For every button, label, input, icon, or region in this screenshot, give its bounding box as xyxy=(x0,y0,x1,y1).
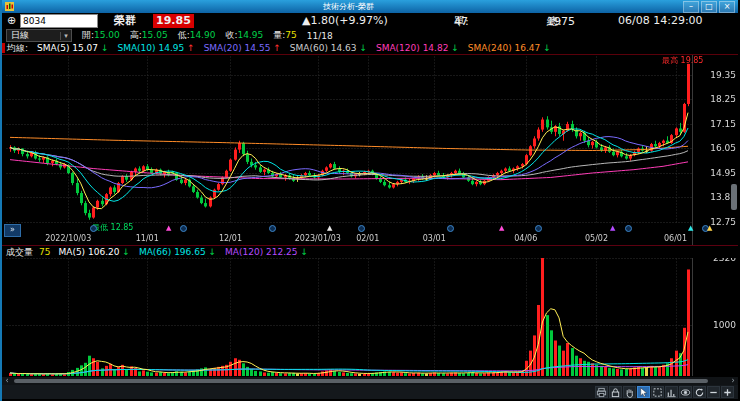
down-arrow-icon: ↓ xyxy=(359,43,367,53)
event-circle-icon[interactable] xyxy=(358,225,365,232)
volume-legend-value: 75 xyxy=(39,247,50,257)
legend-accent-bar xyxy=(2,43,5,53)
hand-icon[interactable] xyxy=(623,386,636,398)
event-triangle-icon[interactable]: ▲ xyxy=(166,224,171,233)
lock-icon[interactable] xyxy=(609,386,622,398)
event-circle-icon[interactable] xyxy=(535,225,542,232)
ma-legend-item: SMA(20) 14.55 ↑ xyxy=(204,43,281,53)
app-icon xyxy=(5,2,14,11)
down-arrow-icon: ↓ xyxy=(451,43,459,53)
ma-legend-item: MA(66) 196.65 ↓ xyxy=(139,247,216,257)
app-window: 技術分析-榮群 – □ × ⊕ 榮群 19.85 ▲1.80(+9.97%) 單… xyxy=(0,0,740,401)
event-triangle-icon[interactable]: ▲ xyxy=(610,224,615,233)
ma-legend-item: SMA(10) 14.95 ↑ xyxy=(117,43,194,53)
quote-bar: ⊕ 榮群 19.85 ▲1.80(+9.97%) 單:47 總:1975 06/… xyxy=(2,13,738,30)
ma-legend-item: MA(120) 212.25 ↓ xyxy=(225,247,308,257)
volume-legend-label: 成交量 xyxy=(6,246,33,259)
zoom-out-icon[interactable] xyxy=(707,386,720,398)
scrollbar-thumb[interactable] xyxy=(14,379,708,383)
up-arrow-icon: ↑ xyxy=(273,43,281,53)
scroll-right-arrow-icon[interactable]: › xyxy=(728,377,738,385)
expand-panel-button[interactable]: » xyxy=(4,224,21,237)
close-value: 收:14.95 xyxy=(225,29,263,42)
cursor-icon[interactable] xyxy=(637,386,650,398)
ohlc-info-bar: 日線 ▾ 開:15.00 高:15.05 低:14.90 收:14.95 量:7… xyxy=(2,29,738,42)
volume-legend-items: MA(5) 106.20 ↓MA(66) 196.65 ↓MA(120) 212… xyxy=(58,247,316,257)
eye-icon[interactable] xyxy=(679,386,692,398)
event-marker-row: » ▲▲▲▲▲▲ xyxy=(2,224,738,234)
vertical-scrollbar-thumb[interactable] xyxy=(731,184,737,210)
price-change: ▲1.80(+9.97%) xyxy=(302,14,388,28)
event-triangle-icon[interactable]: ▲ xyxy=(707,224,712,233)
down-arrow-icon: ↓ xyxy=(300,247,308,257)
ma-legend-item: SMA(120) 14.82 ↓ xyxy=(376,43,459,53)
volume-ma-legend: 成交量 75 MA(5) 106.20 ↓MA(66) 196.65 ↓MA(1… xyxy=(2,246,738,258)
low-value: 低:14.90 xyxy=(178,29,216,42)
zoom-in-icon[interactable] xyxy=(721,386,734,398)
event-triangle-icon[interactable]: ▲ xyxy=(499,224,504,233)
up-arrow-icon: ↑ xyxy=(187,43,195,53)
event-circle-icon[interactable] xyxy=(447,225,454,232)
high-value: 高:15.05 xyxy=(130,29,168,42)
minimize-button[interactable]: – xyxy=(683,1,699,13)
event-circle-icon[interactable] xyxy=(625,225,632,232)
volume-value: 量:75 xyxy=(273,29,297,42)
chart-high-label: 最高 19.85 xyxy=(662,55,703,66)
candlestick-volume-chart[interactable] xyxy=(2,0,740,401)
marquee-icon[interactable] xyxy=(651,386,664,398)
quote-datetime: 06/08 14:29:00 xyxy=(618,14,703,28)
indicator-bars-icon[interactable] xyxy=(665,386,678,398)
last-price-badge: 19.85 xyxy=(153,14,194,28)
event-triangle-icon[interactable]: ▲ xyxy=(688,224,693,233)
down-arrow-icon: ↓ xyxy=(122,247,130,257)
restore-button[interactable]: □ xyxy=(701,1,717,13)
price-ma-legend: 均線: SMA(5) 15.07 ↓SMA(10) 14.95 ↑SMA(20)… xyxy=(2,42,738,55)
chevron-down-icon: ▾ xyxy=(60,32,71,40)
chart-toolbar xyxy=(2,385,738,399)
bar-date: 11/18 xyxy=(307,31,333,41)
ma-legend-item: SMA(5) 15.07 ↓ xyxy=(37,43,108,53)
refresh-icon[interactable] xyxy=(693,386,706,398)
period-dropdown[interactable]: 日線 ▾ xyxy=(6,29,72,42)
period-value: 日線 xyxy=(7,29,60,42)
close-button[interactable]: × xyxy=(719,1,735,13)
horizontal-scrollbar[interactable]: ‹ › xyxy=(2,377,738,385)
ma-legend-item: SMA(60) 14.63 ↓ xyxy=(290,43,367,53)
ma-legend-items: SMA(5) 15.07 ↓SMA(10) 14.95 ↑SMA(20) 14.… xyxy=(37,43,560,53)
stock-name: 榮群 xyxy=(114,14,136,28)
ma-legend-item: SMA(240) 16.47 ↓ xyxy=(468,43,551,53)
print-icon[interactable] xyxy=(595,386,608,398)
event-triangle-icon[interactable]: ▲ xyxy=(327,224,332,233)
ma-legend-item: MA(5) 106.20 ↓ xyxy=(58,247,129,257)
event-circle-icon[interactable] xyxy=(90,225,97,232)
ma-legend-prefix: 均線: xyxy=(7,42,28,55)
down-arrow-icon: ↓ xyxy=(101,43,109,53)
event-circle-icon[interactable] xyxy=(269,225,276,232)
event-circle-icon[interactable] xyxy=(180,225,187,232)
open-value: 開:15.00 xyxy=(82,29,120,42)
title-bar: 技術分析-榮群 – □ × xyxy=(2,0,738,13)
symbol-lookup-icon[interactable]: ⊕ xyxy=(7,14,16,28)
symbol-input[interactable] xyxy=(20,14,98,28)
window-title: 技術分析-榮群 xyxy=(14,0,683,13)
scroll-left-arrow-icon[interactable]: ‹ xyxy=(2,377,12,385)
down-arrow-icon: ↓ xyxy=(543,43,551,53)
down-arrow-icon: ↓ xyxy=(209,247,217,257)
